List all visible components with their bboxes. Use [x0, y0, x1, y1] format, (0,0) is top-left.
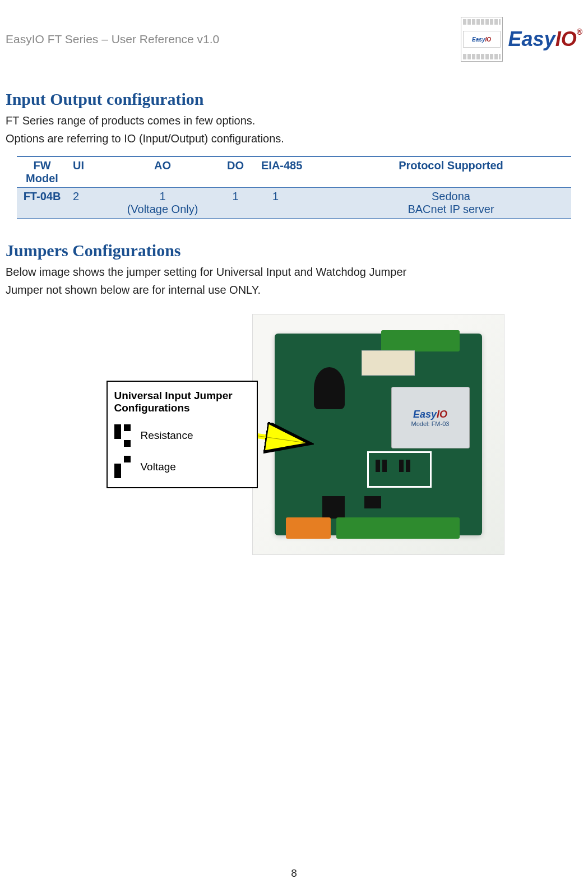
th-protocol: Protocol Supported: [331, 156, 571, 188]
paragraph: Below image shows the jumper setting for…: [6, 265, 582, 279]
td-ao: 1 (Voltage Only): [112, 188, 213, 219]
jumper-legend-title: Universal Input Jumper Configurations: [114, 390, 250, 414]
th-do: DO: [213, 156, 258, 188]
jumper-row-resistance: Resistance: [114, 424, 250, 447]
page-header: EasyIO FT Series – User Reference v1.0 E…: [6, 17, 582, 62]
label-voltage: Voltage: [141, 461, 176, 473]
jumper-legend-box: Universal Input Jumper Configurations Re…: [107, 381, 258, 488]
wifi-module: EasyIO Model: FM-03: [391, 387, 470, 448]
resistance-pins-icon: [114, 424, 131, 447]
jumper-row-voltage: Voltage: [114, 456, 250, 478]
td-protocol: Sedona BACnet IP server: [331, 188, 571, 219]
heading-io-config: Input Output configuration: [6, 90, 582, 109]
td-eia: 1: [258, 188, 331, 219]
page-number: 8: [291, 867, 297, 880]
heading-jumpers: Jumpers Configurations: [6, 241, 582, 260]
table-row: FT-04B 2 1 (Voltage Only) 1 1 Sedona BAC…: [17, 188, 571, 219]
brand-logo: EasyIO®: [508, 27, 582, 51]
th-ui: UI: [67, 156, 112, 188]
voltage-pins-icon: [114, 456, 131, 478]
td-ui: 2: [67, 188, 112, 219]
th-eia485: EIA-485: [258, 156, 331, 188]
td-do: 1: [213, 188, 258, 219]
paragraph: FT Series range of products comes in few…: [6, 113, 582, 128]
logo-group: EasyIO EasyIO®: [461, 17, 582, 62]
doc-title: EasyIO FT Series – User Reference v1.0: [6, 33, 219, 46]
td-model: FT-04B: [17, 188, 67, 219]
th-fw-model: FW Model: [17, 156, 67, 188]
paragraph: Jumper not shown below are for internal …: [6, 283, 582, 297]
table-header-row: FW Model UI AO DO EIA-485 Protocol Suppo…: [17, 156, 571, 188]
th-ao: AO: [112, 156, 213, 188]
label-resistance: Resistance: [141, 429, 193, 442]
paragraph: Options are referring to IO (Input/Outpu…: [6, 131, 582, 146]
device-icon: EasyIO: [461, 17, 503, 62]
io-config-table: FW Model UI AO DO EIA-485 Protocol Suppo…: [17, 156, 571, 219]
jumper-figure: Universal Input Jumper Configurations Re…: [6, 314, 582, 555]
